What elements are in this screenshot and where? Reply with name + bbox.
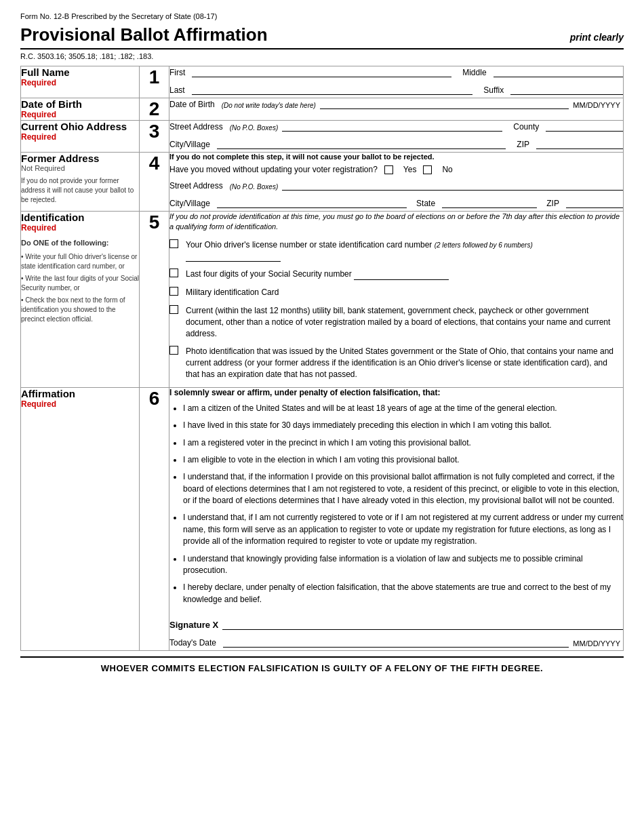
former-state-label: State [416, 199, 435, 208]
identification-required: Required [21, 223, 139, 233]
id-option-3-text: Military identification Card [186, 287, 279, 297]
no-label: No [442, 165, 452, 174]
former-street-input[interactable] [282, 180, 623, 191]
section-number-3: 3 [140, 121, 169, 153]
section-affirmation: Affirmation Required 6 I solemnly swear … [21, 387, 624, 650]
former-address-notes: If you do not provide your former addres… [21, 176, 139, 205]
id-option-2: Last four digits of your Social Security… [169, 269, 623, 280]
affirmation-intro: I solemnly swear or affirm, under penalt… [169, 388, 623, 397]
no-checkbox[interactable] [423, 165, 432, 174]
id-option-1-line[interactable] [186, 252, 281, 262]
last-name-input[interactable] [192, 84, 473, 95]
rc-line: R.C. 3503.16; 3505.18; .181; .182; .183. [20, 52, 624, 60]
dob-note: (Do not write today's date here) [222, 102, 316, 109]
todays-date-label: Today's Date [169, 638, 216, 648]
section-number-5: 5 [140, 212, 169, 388]
id-checkbox-4[interactable] [169, 305, 178, 314]
city-input[interactable] [217, 138, 506, 149]
former-zip-label: ZIP [546, 199, 559, 208]
city-label: City/Village [169, 140, 210, 149]
id-sidebar-title: Do ONE of the following: [21, 238, 139, 248]
id-checkbox-3[interactable] [169, 287, 178, 296]
street-label: Street Address [169, 122, 223, 132]
former-address-label: Former Address [21, 153, 139, 164]
first-label: First [169, 68, 185, 77]
id-checkbox-5[interactable] [169, 346, 178, 355]
affirmation-item-5: I understand that, if the information I … [183, 471, 623, 507]
former-street-label: Street Address [169, 181, 223, 191]
suffix-label: Suffix [483, 85, 504, 95]
middle-name-input[interactable] [494, 66, 623, 77]
id-option-4: Current (within the last 12 months) util… [169, 305, 623, 339]
id-checkbox-1[interactable] [169, 239, 178, 248]
dob-label: Date of Birth [21, 98, 139, 110]
form-meta: Form No. 12-B Prescribed by the Secretar… [20, 12, 624, 20]
affirmation-item-1: I am a citizen of the United States and … [183, 403, 623, 414]
id-option-1-text: Your Ohio driver's license number or sta… [186, 240, 533, 250]
todays-date-input[interactable] [223, 637, 569, 648]
id-checkbox-2[interactable] [169, 269, 178, 277]
section-former-address: Former Address Not Required If you do no… [21, 153, 624, 212]
affirmation-item-3: I am a registered voter in the precinct … [183, 437, 623, 449]
signature-input[interactable] [222, 618, 623, 630]
affirmation-label: Affirmation [21, 388, 139, 399]
zip-label: ZIP [517, 140, 529, 149]
county-label: County [513, 122, 539, 132]
id-option-2-line[interactable] [354, 270, 449, 280]
section-dob: Date of Birth Required 2 Date of Birth (… [21, 98, 624, 121]
current-address-required: Required [21, 132, 139, 142]
id-option-1: Your Ohio driver's license number or sta… [169, 239, 623, 262]
affirmation-item-8: I hereby declare, under penalty of elect… [183, 582, 623, 605]
middle-label: Middle [462, 68, 486, 77]
section-number-6: 6 [140, 387, 169, 650]
section-number-2: 2 [140, 98, 169, 121]
dob-field-label: Date of Birth [169, 100, 215, 109]
affirmation-item-2: I have lived in this state for 30 days i… [183, 420, 623, 431]
former-city-label: City/Village [169, 199, 210, 208]
date-format: MM/DD/YYYY [573, 639, 620, 648]
signature-label: Signature X [169, 620, 218, 630]
footer-text: WHOEVER COMMITS ELECTION FALSIFICATION I… [20, 656, 624, 673]
street-input[interactable] [282, 121, 502, 132]
id-note: If you do not provide identification at … [169, 212, 623, 233]
affirmation-item-6: I understand that, if I am not currently… [183, 512, 623, 547]
street-note: (No P.O. Boxes) [230, 124, 279, 132]
last-label: Last [169, 85, 185, 95]
full-name-label: Full Name [21, 66, 139, 78]
affirmation-list: I am a citizen of the United States and … [183, 403, 623, 605]
affirmation-item-4: I am eligible to vote in the election in… [183, 454, 623, 466]
zip-input[interactable] [536, 138, 623, 149]
former-street-note: (No P.O. Boxes) [230, 183, 279, 191]
former-warning: If you do not complete this step, it wil… [169, 153, 623, 161]
moved-question: Have you moved without updating your vot… [169, 165, 378, 174]
yes-checkbox[interactable] [384, 165, 393, 174]
dob-input[interactable] [320, 98, 569, 109]
id-option-5-text: Photo identification that was issued by … [186, 346, 613, 379]
former-state-input[interactable] [442, 197, 537, 208]
full-name-required: Required [21, 78, 139, 87]
print-clearly: print clearly [570, 32, 624, 43]
dob-format: MM/DD/YYYY [573, 101, 620, 109]
yes-label: Yes [403, 165, 417, 174]
first-name-input[interactable] [192, 66, 451, 77]
former-city-input[interactable] [217, 197, 407, 208]
section-full-name: Full Name Required 1 First Middle Last S… [21, 66, 624, 98]
identification-label: Identification [21, 212, 139, 223]
affirmation-required: Required [21, 399, 139, 409]
section-number-4: 4 [140, 153, 169, 212]
id-option-2-text: Last four digits of your Social Security… [186, 269, 352, 279]
id-option-4-text: Current (within the last 12 months) util… [186, 306, 610, 338]
county-input[interactable] [546, 121, 623, 132]
section-identification: Identification Required Do ONE of the fo… [21, 212, 624, 388]
former-address-not-required: Not Required [21, 164, 139, 172]
dob-required: Required [21, 110, 139, 119]
section-number-1: 1 [140, 66, 169, 98]
id-option-3: Military identification Card [169, 287, 623, 298]
current-address-label: Current Ohio Address [21, 121, 139, 132]
former-zip-input[interactable] [566, 197, 623, 208]
affirmation-item-7: I understand that knowingly providing fa… [183, 553, 623, 577]
section-current-address: Current Ohio Address Required 3 Street A… [21, 121, 624, 153]
form-title: Provisional Ballot Affirmation [20, 24, 268, 45]
suffix-input[interactable] [510, 84, 623, 95]
id-option-5: Photo identification that was issued by … [169, 346, 623, 380]
